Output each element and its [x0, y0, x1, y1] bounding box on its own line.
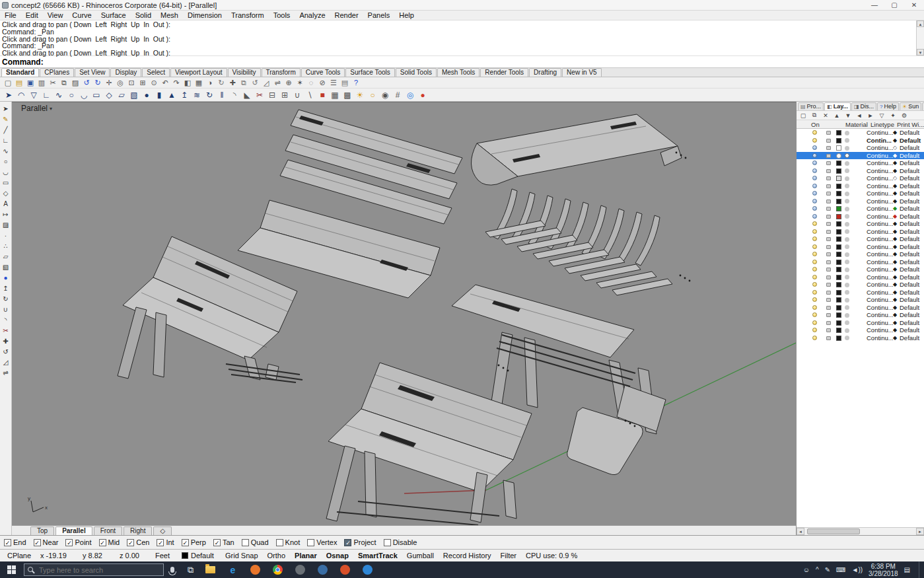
layer-color-swatch[interactable]: [836, 312, 841, 318]
scroll-up-icon[interactable]: ▲: [917, 20, 924, 27]
microphone-icon[interactable]: [170, 567, 174, 573]
toolbar-tab-drafting[interactable]: Drafting: [529, 68, 561, 77]
osnap-end[interactable]: ✓End: [4, 538, 26, 546]
pipe-icon[interactable]: ‖: [216, 89, 228, 100]
text-tool-icon[interactable]: A: [1, 199, 11, 209]
keyboard-icon[interactable]: ⌨: [836, 566, 845, 573]
lasso-icon[interactable]: ◠: [15, 89, 27, 100]
copy-icon[interactable]: ⧉: [59, 78, 69, 88]
osnap-project[interactable]: ✓Project: [344, 538, 376, 546]
layer-color-swatch[interactable]: [836, 229, 841, 235]
layer-color-swatch[interactable]: [836, 320, 841, 326]
layer-row[interactable]: Continu...◆Default: [797, 334, 924, 342]
layer-linetype[interactable]: Continu...: [867, 296, 894, 304]
menu-solid[interactable]: Solid: [131, 11, 156, 20]
layer-on-bulb-icon[interactable]: [812, 199, 817, 203]
panel-tab-help[interactable]: ?Help: [877, 102, 899, 110]
layer-color-swatch[interactable]: [836, 252, 841, 257]
osnap-knot[interactable]: Knot: [276, 538, 301, 546]
pen-icon[interactable]: ✎: [825, 566, 830, 573]
checkbox-mid[interactable]: ✓: [99, 539, 106, 546]
layer-print-width[interactable]: Default: [900, 129, 919, 137]
paste-icon[interactable]: ▨: [70, 78, 81, 88]
layer-lock-icon[interactable]: [826, 154, 831, 158]
sphere-tool-icon[interactable]: ●: [1, 273, 11, 283]
panel-tab-sun[interactable]: ☀Sun: [900, 102, 921, 110]
layer-lock-icon[interactable]: [826, 139, 831, 143]
layer-row[interactable]: Continu...◆Default: [797, 182, 924, 190]
layer-row[interactable]: Continu...◇Default: [797, 174, 924, 182]
status-gumball[interactable]: Gumball: [402, 552, 439, 560]
osnap-vertex[interactable]: Vertex: [307, 538, 337, 546]
layer-print-width[interactable]: Default: [900, 311, 919, 319]
toolbar-tab-solid-tools[interactable]: Solid Tools: [396, 68, 437, 77]
layer-on-bulb-icon[interactable]: [812, 282, 817, 287]
rectangle-tool-icon[interactable]: ▭: [1, 178, 11, 188]
menu-edit[interactable]: Edit: [21, 11, 43, 20]
layer-material-icon[interactable]: [845, 275, 849, 279]
checkbox-int[interactable]: ✓: [157, 539, 164, 546]
move-icon[interactable]: ✚: [227, 78, 238, 88]
status-filter[interactable]: Filter: [496, 552, 521, 560]
checkbox-perp[interactable]: ✓: [182, 539, 189, 546]
boolean-tool-icon[interactable]: ∪: [1, 305, 11, 314]
rotate-tool-icon[interactable]: ↺: [1, 347, 11, 357]
layer-color-swatch[interactable]: [836, 290, 841, 295]
menu-curve[interactable]: Curve: [67, 11, 96, 20]
print-color-diamond-icon[interactable]: ◆: [893, 258, 897, 266]
layer-row[interactable]: Contin...◆Default: [797, 137, 924, 145]
scroll-right-icon[interactable]: ►: [867, 112, 874, 119]
layer-linetype[interactable]: Continu...: [867, 167, 894, 175]
layer-color-swatch[interactable]: [836, 161, 841, 166]
app-icon-6[interactable]: [311, 561, 334, 578]
layer-lock-icon[interactable]: [826, 283, 831, 287]
layer-on-bulb-icon[interactable]: [812, 168, 817, 173]
menu-view[interactable]: View: [43, 11, 68, 20]
zoom-window-icon[interactable]: ⊡: [126, 78, 137, 88]
layer-lock-icon[interactable]: [826, 184, 831, 188]
layer-color-swatch[interactable]: [836, 168, 841, 174]
sun-icon[interactable]: ☀: [354, 89, 366, 100]
layer-filter-icon[interactable]: ▽: [878, 112, 886, 119]
layer-print-width[interactable]: Default: [900, 137, 921, 145]
layer-row[interactable]: Continu...◆Default: [797, 258, 924, 266]
layer-color-swatch[interactable]: [836, 328, 841, 333]
join-icon[interactable]: ⊕: [283, 78, 294, 88]
box-icon[interactable]: ▧: [128, 89, 140, 100]
column-header-linetype[interactable]: Linetype: [871, 121, 894, 128]
layer-lock-icon[interactable]: [826, 199, 831, 203]
layer-lock-icon[interactable]: [826, 230, 831, 234]
menu-tools[interactable]: Tools: [269, 11, 295, 20]
layer-lock-icon[interactable]: [826, 268, 831, 271]
layer-color-swatch[interactable]: [836, 153, 841, 159]
layer-material-icon[interactable]: [845, 207, 849, 211]
polyline-icon[interactable]: ∟: [40, 89, 52, 100]
status-x-19-19[interactable]: x -19.19: [36, 552, 78, 560]
layer-lock-icon[interactable]: [826, 245, 831, 249]
layer-linetype[interactable]: Continu...: [867, 258, 894, 266]
layer-color-swatch[interactable]: [836, 191, 841, 196]
layer-material-icon[interactable]: [845, 237, 849, 242]
layer-print-width[interactable]: Default: [900, 296, 919, 304]
viewport-tab-front[interactable]: Front: [94, 526, 122, 535]
layer-color-swatch[interactable]: [836, 176, 841, 181]
checkbox-knot[interactable]: [276, 539, 283, 546]
curve-icon[interactable]: ∿: [53, 89, 65, 100]
hatch-tool-icon[interactable]: ▨: [1, 220, 11, 230]
layer-linetype[interactable]: Continu...: [867, 213, 894, 221]
layer-lock-icon[interactable]: [826, 328, 831, 332]
osnap-perp[interactable]: ✓Perp: [182, 538, 206, 546]
viewport-title[interactable]: Parallel: [21, 104, 48, 113]
layer-linetype[interactable]: Continu...: [867, 266, 894, 273]
layer-on-bulb-icon[interactable]: [812, 236, 817, 241]
layer-on-bulb-icon[interactable]: [812, 336, 817, 340]
curve-tool-icon[interactable]: ∿: [1, 146, 11, 156]
layer-color-swatch[interactable]: [836, 267, 841, 272]
layer-row[interactable]: Continu...◆Default: [797, 228, 924, 236]
osnap-near[interactable]: ✓Near: [34, 538, 59, 546]
layer-on-bulb-icon[interactable]: [812, 312, 817, 317]
layer-lock-icon[interactable]: [826, 207, 831, 211]
layer-on-bulb-icon[interactable]: [812, 252, 817, 256]
print-color-diamond-icon[interactable]: ◆: [893, 311, 897, 319]
layer-color-swatch[interactable]: [836, 221, 841, 227]
